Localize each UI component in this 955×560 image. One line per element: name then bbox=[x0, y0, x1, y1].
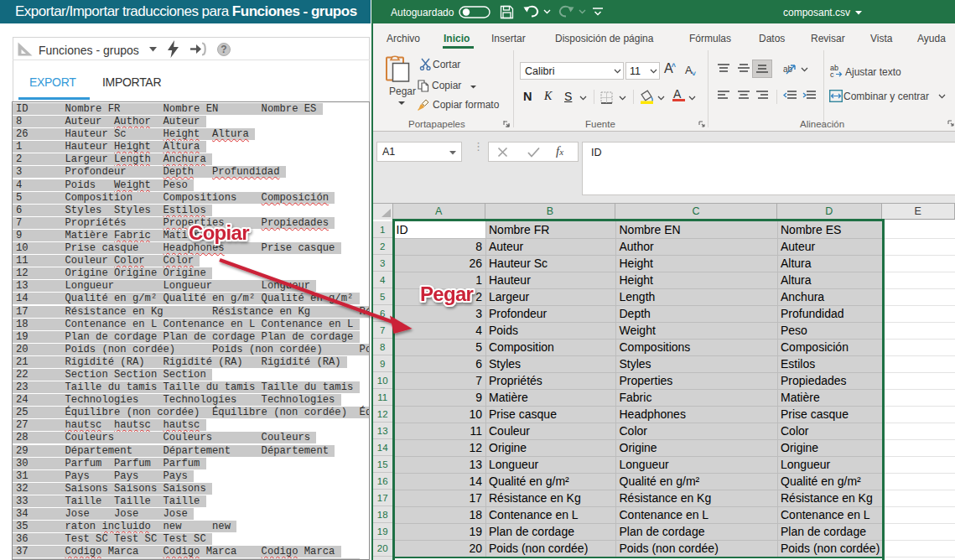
svg-text:c: c bbox=[830, 70, 834, 77]
